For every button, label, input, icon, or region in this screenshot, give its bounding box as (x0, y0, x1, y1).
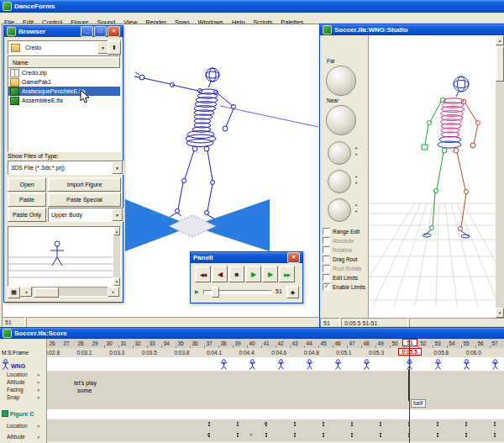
frame-number[interactable]: 48 (360, 340, 373, 346)
main-titlebar[interactable]: DanceForms (0, 0, 504, 13)
playhead-line[interactable] (409, 339, 410, 443)
frame-number[interactable]: 31 (117, 340, 130, 346)
file-row[interactable]: ArabesquePenchéeE.lfa (8, 87, 120, 96)
checkbox-drag-root[interactable]: Drag Root (323, 255, 367, 264)
frame-number[interactable]: 44 (302, 340, 316, 346)
keyframe-dots[interactable] (465, 433, 467, 435)
scroll-down-icon[interactable]: ▾ (496, 308, 504, 318)
keyframe-dots[interactable] (294, 433, 296, 435)
track-row-location[interactable]: Location× (0, 420, 46, 431)
folder-dropdown[interactable]: Credo ▼ (8, 40, 109, 55)
name-column-header[interactable]: Name (8, 56, 120, 68)
spin-up-icon[interactable]: ▲ (352, 174, 360, 178)
frame-number[interactable]: 34 (160, 340, 173, 346)
fast-forward-button[interactable]: ▶▶ (279, 266, 295, 282)
frame-number[interactable]: 41 (260, 340, 273, 346)
wng-subtracks-area[interactable]: let's play some (46, 371, 504, 409)
up-directory-button[interactable]: ⬆ (108, 40, 121, 55)
spin-down-icon[interactable]: ▼ (352, 181, 360, 185)
browser-titlebar[interactable]: Browser _ □ × (4, 26, 123, 37)
checkbox-box[interactable] (323, 246, 330, 254)
scroll-right-icon[interactable]: ▸ (108, 287, 119, 297)
frame-number[interactable]: 28 (74, 340, 87, 346)
frame-number[interactable]: 32 (131, 340, 144, 346)
keyframe-dots[interactable] (351, 422, 353, 424)
studio-canvas[interactable] (368, 35, 496, 318)
frame-number[interactable]: 42 (274, 340, 287, 346)
keyframe-dots[interactable] (494, 422, 496, 424)
frame-number[interactable]: 43 (288, 340, 302, 346)
frame-number[interactable]: 47 (345, 340, 359, 346)
paste-special-button[interactable]: Paste Special (48, 192, 121, 207)
checkbox-box[interactable] (323, 256, 330, 263)
figure-c-location-track[interactable]: × (46, 419, 504, 431)
frame-number[interactable]: 30 (102, 340, 116, 346)
rewind-button[interactable]: ◀◀ (195, 266, 211, 282)
file-list-box[interactable]: Name Credo.zipGamePak1ArabesquePenchéeE.… (8, 55, 121, 152)
dropdown-arrow-icon[interactable]: ▼ (112, 161, 123, 174)
frame-number[interactable]: 27 (60, 340, 73, 346)
frame-number[interactable]: 53 (431, 340, 444, 346)
spin-up-icon[interactable]: ▲ (352, 145, 360, 150)
frame-number[interactable]: 54 (445, 340, 459, 346)
checkbox-box[interactable] (323, 228, 330, 235)
keyframe-dots[interactable] (494, 433, 496, 435)
frame-number[interactable]: 57 (488, 340, 501, 346)
track-x-toggle[interactable]: × (37, 435, 40, 440)
scroll-down-icon[interactable]: ▾ (113, 277, 120, 286)
track-row-facing[interactable]: Facing× (0, 386, 46, 393)
checkbox-box[interactable]: ✓ (323, 283, 330, 291)
checkbox-relative[interactable]: Relative (323, 245, 367, 255)
frame-number[interactable]: 29 (88, 340, 102, 346)
keyframe-dots[interactable] (437, 433, 438, 435)
checkbox-edit-limits[interactable]: Edit Limits (323, 273, 367, 282)
file-row[interactable]: GamePak1 (8, 77, 120, 87)
checkbox-enable-limits[interactable]: ✓Enable Limits (323, 282, 367, 292)
frame-number[interactable]: 35 (174, 340, 187, 346)
scroll-up-icon[interactable]: ▴ (496, 35, 504, 45)
keyframe-dots[interactable] (465, 422, 467, 424)
checkbox-root-rotate[interactable]: Root Rotate (323, 264, 367, 273)
maximize-icon[interactable]: □ (94, 26, 107, 37)
rotate-z-knob[interactable] (328, 198, 351, 222)
score-titlebar[interactable]: Soccer.lfa:Score (0, 328, 504, 339)
far-trackball[interactable] (326, 66, 356, 96)
file-type-dropdown[interactable]: 3DS File (*.3ds;*.prj) ▼ (8, 161, 123, 175)
spin-up-icon[interactable]: ▲ (352, 203, 360, 207)
frame-number[interactable]: 36 (188, 340, 202, 346)
import-figure-button[interactable]: Import Figure (48, 177, 121, 192)
close-icon[interactable]: × (108, 26, 120, 37)
rotate-x-knob[interactable] (328, 141, 351, 165)
stop-button[interactable]: ■ (228, 266, 244, 282)
panel-titlebar[interactable]: Panell × (191, 252, 302, 263)
frame-number[interactable]: 56 (474, 340, 487, 346)
keyframe-dots[interactable] (323, 433, 324, 435)
ball-annotation[interactable]: ball! (411, 399, 426, 408)
body-part-dropdown[interactable]: Upper Body ▼ (48, 208, 123, 222)
track-x-toggle[interactable]: × (37, 380, 40, 385)
dropdown-arrow-icon[interactable]: ▼ (112, 208, 123, 221)
keyframe-dots[interactable] (265, 433, 267, 435)
preview-hscrollbar[interactable]: ◂ ▸ (20, 287, 119, 297)
keyframe-dots[interactable] (437, 422, 438, 424)
wng-track[interactable] (46, 357, 504, 372)
preview-pane[interactable]: ▴ ▾ (8, 226, 121, 287)
frame-number[interactable]: 46 (331, 340, 344, 346)
scroll-left-icon[interactable]: ◂ (20, 287, 32, 297)
studio-titlebar[interactable]: Soccer.lfa:WNG:Studio (320, 24, 504, 35)
file-row[interactable]: AssembléeE.lfa (8, 96, 120, 105)
track-x-toggle[interactable]: × (37, 388, 40, 393)
paste-button[interactable]: Paste (8, 192, 46, 207)
frame-number[interactable]: 26 (45, 340, 59, 346)
panel-options-button[interactable]: ◈ (286, 286, 299, 298)
checkbox-absolute[interactable]: Absolute (323, 236, 367, 245)
frame-number[interactable]: 50 (388, 340, 402, 346)
keyframe-dots[interactable] (323, 422, 324, 424)
minimize-icon[interactable]: _ (81, 26, 93, 37)
figure-c-label-row[interactable]: Figure C (2, 410, 34, 417)
close-icon[interactable]: × (287, 252, 300, 263)
track-row-snap[interactable]: Snap× (0, 393, 46, 401)
open-button[interactable]: Open (8, 177, 46, 192)
keyframe-dots[interactable] (237, 433, 239, 435)
slider-thumb[interactable] (212, 287, 219, 298)
